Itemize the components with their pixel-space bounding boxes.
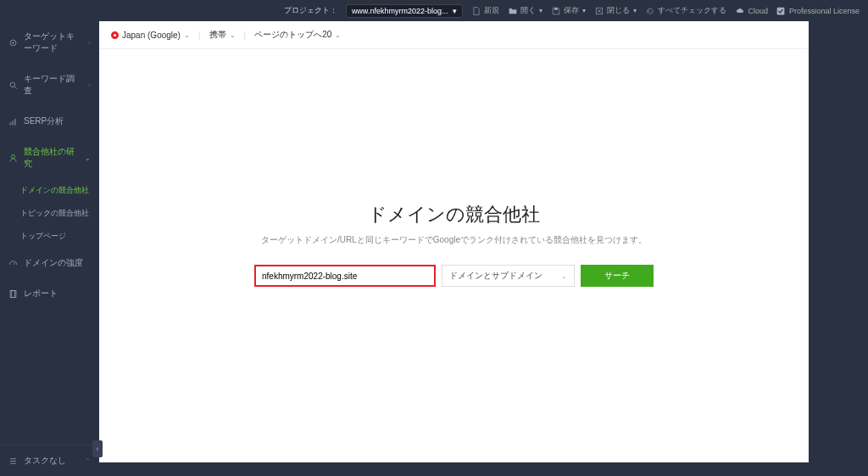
svg-rect-2 (777, 7, 785, 14)
sidebar-item-label: ドメインの強度 (24, 257, 83, 269)
close-button[interactable]: 閉じる ▾ (594, 5, 637, 16)
chevron-down-icon: ⌄ (184, 31, 190, 39)
search-icon (8, 81, 18, 90)
sidebar-item-reports[interactable]: レポート (0, 278, 99, 309)
people-icon (8, 154, 18, 163)
save-button[interactable]: 保存 ▾ (551, 5, 586, 16)
chevron-right-icon: › (88, 39, 91, 47)
svg-point-4 (13, 42, 14, 42)
separator: | (198, 31, 201, 40)
new-button[interactable]: 新規 (471, 5, 499, 16)
cloud-button[interactable]: Cloud (735, 6, 768, 15)
svg-point-5 (10, 82, 15, 87)
domain-input[interactable] (257, 267, 433, 284)
folder-icon (508, 6, 517, 15)
region-select[interactable]: Japan (Google) ⌄ (111, 31, 190, 40)
save-icon (551, 6, 560, 15)
project-value: www.nfekhmyrm2022-blog... (352, 7, 448, 15)
sidebar-item-label: SERP分析 (24, 115, 64, 127)
chevron-down-icon: ▾ (582, 7, 586, 14)
svg-rect-8 (14, 119, 16, 126)
chevron-down-icon: ⌄ (561, 272, 567, 280)
separator: | (244, 31, 247, 40)
close-icon (594, 6, 604, 15)
scope-select[interactable]: ドメインとサブドメイン ⌄ (442, 265, 575, 287)
collapse-handle[interactable]: ‹ (92, 440, 103, 457)
target-icon (8, 38, 18, 48)
sidebar-item-label: レポート (24, 288, 58, 300)
sidebar-item-label: 競合他社の研究 (24, 146, 79, 170)
sidebar-item-label: キーワード調査 (24, 73, 82, 97)
sidebar-item-domain-strength[interactable]: ドメインの強度 (0, 248, 99, 278)
main-header: Japan (Google) ⌄ | 携帯 ⌄ | ページのトップへ20 ⌄ (99, 21, 809, 49)
cloud-icon (735, 6, 744, 15)
sidebar-sub-label: トピックの競合他社 (20, 209, 89, 217)
gauge-icon (8, 259, 18, 268)
checkall-button[interactable]: すべてチェックする (645, 5, 726, 16)
check-icon (776, 6, 786, 15)
sidebar-item-label: タスクなし (24, 455, 66, 467)
chevron-up-icon: ⌃ (85, 457, 91, 465)
scope-label: ドメインとサブドメイン (449, 270, 542, 282)
svg-rect-0 (554, 8, 558, 10)
chart-icon (8, 117, 18, 126)
sidebar-sub-label: ドメインの競合他社 (20, 186, 89, 194)
svg-rect-10 (10, 290, 15, 297)
sidebar-sub-top-pages[interactable]: トップページ (0, 225, 99, 248)
sidebar-item-serp[interactable]: SERP分析 (0, 106, 99, 137)
sidebar-item-target-keywords[interactable]: ターゲットキーワード › (0, 21, 99, 64)
chevron-down-icon: ▾ (539, 7, 542, 14)
sidebar: ターゲットキーワード › キーワード調査 › SERP分析 競 (0, 21, 99, 476)
main-panel: ‹ Japan (Google) ⌄ | 携帯 ⌄ | ページのトップへ20 ⌄ (99, 21, 809, 462)
top-select[interactable]: ページのトップへ20 ⌄ (254, 29, 341, 41)
chevron-down-icon: ⌄ (335, 31, 341, 39)
search-input-highlight (254, 265, 436, 287)
sidebar-sub-domain-competitors[interactable]: ドメインの競合他社 (0, 179, 99, 202)
topbar: プロジェクト： www.nfekhmyrm2022-blog... ▾ 新規 開… (0, 0, 868, 21)
chevron-right-icon: › (88, 81, 91, 89)
chevron-down-icon: ▾ (453, 7, 457, 15)
license-badge[interactable]: Professional License (776, 6, 860, 15)
svg-rect-11 (11, 290, 16, 297)
sidebar-sub-label: トップページ (20, 232, 66, 240)
project-select[interactable]: www.nfekhmyrm2022-blog... ▾ (346, 4, 464, 18)
svg-rect-6 (9, 122, 11, 125)
chevron-down-icon: ⌄ (230, 31, 236, 39)
svg-point-9 (11, 154, 14, 158)
page-subtitle: ターゲットドメイン/URLと同じキーワードでGoogleでランク付けされている競… (261, 234, 647, 246)
page-title: ドメインの競合他社 (368, 202, 540, 227)
main-content: ドメインの競合他社 ターゲットドメイン/URLと同じキーワードでGoogleでラ… (99, 49, 809, 462)
sidebar-item-keyword-research[interactable]: キーワード調査 › (0, 64, 99, 106)
file-icon (471, 6, 481, 15)
search-row: ドメインとサブドメイン ⌄ サーチ (254, 265, 654, 287)
open-button[interactable]: 開く ▾ (508, 5, 542, 16)
list-icon (8, 456, 18, 466)
refresh-icon (645, 6, 654, 15)
project-label: プロジェクト： (284, 5, 337, 16)
device-select[interactable]: 携帯 ⌄ (209, 29, 236, 41)
svg-rect-7 (12, 120, 14, 126)
japan-flag-icon (111, 31, 119, 39)
sidebar-item-label: ターゲットキーワード (24, 31, 82, 54)
document-icon (8, 289, 18, 299)
sidebar-item-competitor[interactable]: 競合他社の研究 ⌄ (0, 137, 99, 179)
chevron-down-icon: ⌄ (85, 154, 91, 162)
chevron-down-icon: ▾ (633, 7, 637, 14)
sidebar-sub-topic-competitors[interactable]: トピックの競合他社 (0, 202, 99, 225)
search-button[interactable]: サーチ (581, 265, 654, 287)
sidebar-item-tasks[interactable]: タスクなし ⌃ (0, 445, 99, 476)
